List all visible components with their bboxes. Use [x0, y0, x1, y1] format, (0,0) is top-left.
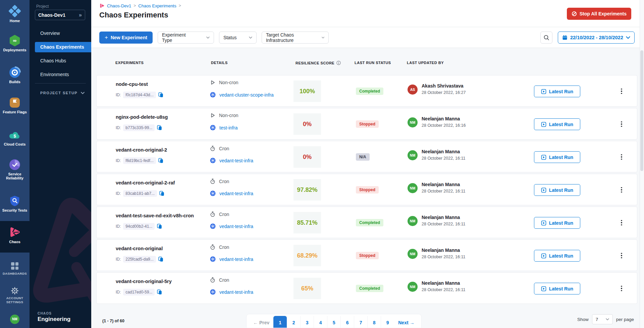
latest-run-button[interactable]: Latest Run [534, 118, 580, 130]
next-page-button[interactable]: Next → [394, 316, 418, 328]
copy-icon[interactable] [157, 224, 162, 229]
copy-icon[interactable] [158, 92, 163, 98]
latest-run-label: Latest Run [549, 89, 573, 94]
experiment-name[interactable]: vedant-cron-original-2 [116, 147, 167, 153]
scrollbar-thumb[interactable] [640, 50, 643, 171]
copy-icon[interactable] [158, 257, 163, 262]
page-button[interactable]: 3 [300, 316, 314, 328]
infrastructure-link[interactable]: vedant-test-infra [219, 158, 253, 163]
page-button[interactable]: 9 [381, 316, 394, 328]
latest-run-button[interactable]: Latest Run [534, 86, 580, 97]
collapse-icon[interactable]: » [79, 12, 82, 18]
copy-icon[interactable] [159, 191, 164, 196]
schedule-label: Cron [219, 244, 229, 250]
infrastructure-link[interactable]: vedant-test-infra [219, 224, 253, 229]
experiment-name[interactable]: vedant-cron-original [116, 246, 163, 251]
infrastructure-link[interactable]: test-infra [219, 125, 237, 130]
table-row: vedant-cron-original ID: 225fcad5-da9...… [96, 239, 637, 271]
sidebar-item-cloud-costs[interactable]: $ Cloud Costs [0, 129, 30, 146]
latest-run-button[interactable]: Latest Run [534, 250, 580, 262]
page-button[interactable]: 2 [287, 316, 300, 328]
page-button[interactable]: 6 [340, 316, 354, 328]
experiment-name[interactable]: node-cpu-test [116, 81, 148, 87]
table-row: node-cpu-test ID: f0c187d4-43d... Non-cr… [96, 75, 637, 107]
sidebar-item-feature-flags[interactable]: Feature Flags [0, 97, 30, 114]
filter-target-chaos-infrastructure[interactable]: Target Chaos Infrastructure [262, 32, 329, 44]
menu-item-chaos-experiments[interactable]: Chaos Experiments [35, 42, 91, 52]
sidebar-item-home[interactable]: Home [0, 5, 30, 23]
sidebar-item-security-tests[interactable]: Security Tests [0, 195, 30, 212]
latest-run-button[interactable]: Latest Run [534, 184, 580, 196]
run-icon [541, 155, 546, 160]
page-button[interactable]: 4 [314, 316, 327, 328]
project-selector[interactable]: Chaos-Dev1 » [35, 10, 85, 20]
experiment-name[interactable]: vedant-cron-original-5ry [116, 279, 172, 284]
experiment-name[interactable]: vedant-cron-original-2-raf [116, 180, 175, 185]
schedule-label: Cron [219, 212, 229, 217]
rail-label: DASHBOARDS [0, 272, 30, 276]
project-name: Chaos-Dev1 [38, 12, 65, 18]
row-menu-button[interactable] [618, 251, 625, 260]
infrastructure-link[interactable]: vedant-test-infra [219, 257, 253, 262]
vertical-scrollbar[interactable] [640, 0, 644, 328]
latest-run-button[interactable]: Latest Run [534, 151, 580, 163]
experiment-name[interactable]: nginx-pod-delete-u8sg [116, 114, 168, 120]
page-button[interactable]: 1 [273, 316, 287, 328]
experiment-name[interactable]: vedant-test-save-nd-exit-v8h-cron [116, 213, 194, 218]
menu-item-overview[interactable]: Overview [30, 28, 91, 39]
experiment-id: f0c187d4-43d... [123, 92, 156, 98]
schedule-line: Cron [210, 146, 229, 151]
row-menu-button[interactable] [618, 87, 625, 96]
menu-item-environments[interactable]: Environments [30, 69, 91, 80]
row-menu-button[interactable] [618, 284, 625, 293]
project-setup-section[interactable]: PROJECT SETUP [40, 91, 85, 95]
page-button[interactable]: 7 [354, 316, 367, 328]
latest-run-button[interactable]: Latest Run [534, 217, 580, 229]
sidebar-item-deployments[interactable]: ∞ Deployments [0, 35, 30, 52]
row-menu-button[interactable] [618, 119, 625, 129]
user-avatar-rail[interactable]: NM [0, 315, 30, 324]
per-page-select[interactable]: 7 [592, 314, 613, 324]
updated-timestamp: 28 October 2022, 16:11 [422, 156, 465, 161]
copy-icon[interactable] [157, 289, 162, 295]
experiment-id: 94cd00b2-41... [123, 223, 155, 230]
copy-icon[interactable] [158, 158, 163, 163]
breadcrumb-link-experiments[interactable]: Chaos Experiments [138, 3, 176, 8]
row-menu-button[interactable] [618, 185, 625, 195]
kubernetes-icon [210, 223, 216, 229]
updated-timestamp: 28 October 2022, 16:11 [422, 255, 465, 259]
info-icon[interactable] [336, 61, 341, 65]
sidebar-item-chaos[interactable]: Chaos [0, 226, 30, 244]
module-title: Engineering [38, 316, 70, 323]
infrastructure-link[interactable]: vedant-cluster-scope-infra [219, 92, 274, 98]
row-menu-button[interactable] [618, 152, 625, 162]
prev-page-button[interactable]: ← Prev [249, 316, 273, 328]
date-range-picker[interactable]: 22/10/2022 - 28/10/2022 [558, 32, 635, 44]
search-button[interactable] [540, 32, 552, 44]
new-experiment-button[interactable]: + New Experiment [99, 32, 153, 44]
schedule-label: Non-cron [219, 113, 238, 118]
copy-icon[interactable] [157, 125, 162, 130]
stop-all-experiments-button[interactable]: Stop All Experiments [567, 8, 631, 20]
latest-run-label: Latest Run [549, 187, 573, 193]
last-updated-by: NM Neelanjan Manna 28 October 2022, 16:1… [408, 215, 465, 226]
infrastructure-link[interactable]: vedant-test-infra [219, 289, 253, 295]
latest-run-label: Latest Run [549, 155, 573, 160]
sidebar-item-builds[interactable]: Builds [0, 66, 30, 84]
sidebar-item-dashboards[interactable]: DASHBOARDS [0, 262, 30, 276]
latest-run-button[interactable]: Latest Run [534, 283, 580, 294]
breadcrumb-link-project[interactable]: Chaos-Dev1 [107, 3, 131, 8]
infrastructure-link[interactable]: vedant-test-infra [219, 191, 253, 196]
page-button[interactable]: 5 [327, 316, 340, 328]
toolbar: + New Experiment Experiment Type Status … [91, 27, 644, 48]
row-menu-button[interactable] [618, 218, 625, 227]
page-button[interactable]: 8 [367, 316, 381, 328]
menu-item-chaos-hubs[interactable]: Chaos Hubs [30, 56, 91, 66]
infrastructure-line: vedant-cluster-scope-infra [210, 92, 274, 98]
user-name: Neelanjan Manna [422, 248, 465, 253]
sidebar-item-service-reliability[interactable]: Service Reliability [0, 159, 30, 180]
sidebar-item-account-settings[interactable]: ACCOUNT SETTINGS [0, 287, 30, 304]
filter-experiment-type[interactable]: Experiment Type [158, 32, 214, 44]
latest-run-label: Latest Run [549, 253, 573, 259]
filter-status[interactable]: Status [219, 32, 257, 44]
